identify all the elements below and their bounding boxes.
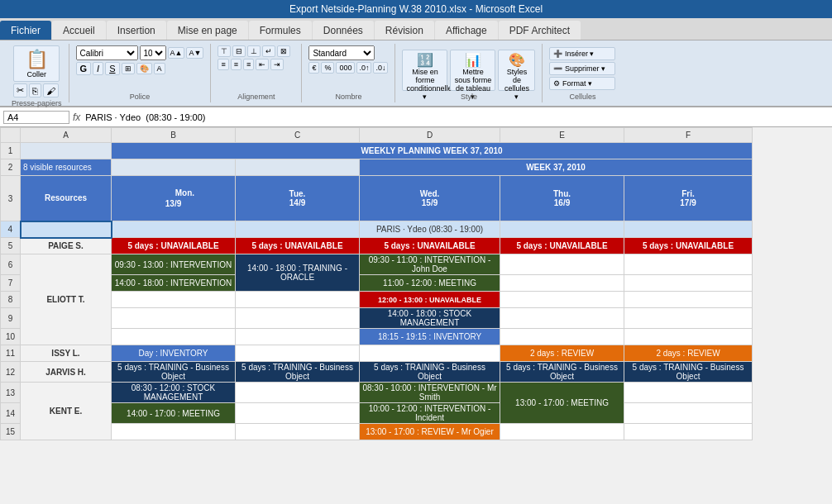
cell-c3[interactable]: Tue.14/9: [236, 176, 360, 221]
cell-d3[interactable]: Wed.15/9: [360, 176, 500, 221]
cell-e4[interactable]: [500, 221, 624, 238]
cell-f4[interactable]: [624, 221, 753, 238]
cell-b3[interactable]: Mon.13/9: [112, 176, 236, 221]
cell-e12[interactable]: 5 days : TRAINING - Business Object: [500, 362, 624, 383]
cell-d8[interactable]: 12:00 - 13:00 : UNAVAILABLE: [360, 292, 500, 308]
copy-button[interactable]: ⎘: [29, 83, 41, 97]
cell-f3[interactable]: Fri.17/9: [624, 176, 753, 221]
cell-a6[interactable]: ELIOTT T.: [21, 254, 112, 345]
cell-b1[interactable]: WEEKLY PLANNING WEEK 37, 2010: [112, 143, 753, 159]
cell-c14[interactable]: [236, 403, 360, 424]
cell-b10[interactable]: [112, 329, 236, 345]
cell-b8[interactable]: [112, 292, 236, 308]
cell-b15[interactable]: [112, 424, 236, 440]
font-family-select[interactable]: Calibri: [76, 45, 138, 60]
currency-button[interactable]: €: [308, 62, 319, 74]
insert-button[interactable]: ➕ Insérer ▾: [549, 47, 615, 60]
cell-f9[interactable]: [624, 308, 753, 329]
tab-fichier[interactable]: Fichier: [0, 21, 51, 40]
cell-b6[interactable]: 09:30 - 13:00 : INTERVENTION: [112, 254, 236, 275]
cell-c5[interactable]: 5 days : UNAVAILABLE: [236, 238, 360, 254]
cell-e7[interactable]: [500, 275, 624, 292]
cell-d6[interactable]: 09:30 - 11:00 : INTERVENTION - John Doe: [360, 254, 500, 275]
align-middle-button[interactable]: ⊟: [232, 45, 246, 57]
cell-e9[interactable]: [500, 308, 624, 329]
format-button[interactable]: ⚙ Format ▾: [549, 77, 615, 90]
tab-insertion[interactable]: Insertion: [107, 21, 166, 40]
cell-b2[interactable]: [112, 159, 236, 176]
cell-e15[interactable]: [500, 424, 624, 440]
cell-a1[interactable]: [21, 143, 112, 159]
font-size-select[interactable]: 10: [140, 45, 166, 60]
format-as-table-button[interactable]: 📊 Mettre sous forme de tableau ▾: [450, 50, 495, 91]
cell-c13[interactable]: [236, 383, 360, 403]
cell-a4[interactable]: [21, 221, 112, 238]
cell-b14[interactable]: 14:00 - 17:00 : MEETING: [112, 403, 236, 424]
tab-pdf-architect[interactable]: PDF Architect: [499, 21, 581, 40]
format-painter-button[interactable]: 🖌: [43, 83, 59, 97]
cell-d9[interactable]: 14:00 - 18:00 : STOCK MANAGEMENT: [360, 308, 500, 329]
border-button[interactable]: ⊞: [122, 63, 135, 74]
col-header-e[interactable]: E: [500, 128, 624, 143]
font-color-button[interactable]: A: [154, 63, 165, 74]
cell-f5[interactable]: 5 days : UNAVAILABLE: [624, 238, 753, 254]
cell-e5[interactable]: 5 days : UNAVAILABLE: [500, 238, 624, 254]
cell-c6[interactable]: 14:00 - 18:00 : TRAINING - ORACLE: [236, 254, 360, 292]
indent-dec-button[interactable]: ⇤: [256, 59, 269, 70]
cell-d7[interactable]: 11:00 - 12:00 : MEETING: [360, 275, 500, 292]
cell-c8[interactable]: [236, 292, 360, 308]
cell-f10[interactable]: [624, 329, 753, 345]
merge-button[interactable]: ⊠: [277, 45, 290, 57]
cell-e8[interactable]: [500, 292, 624, 308]
number-format-select[interactable]: Standard: [308, 45, 375, 60]
bold-button[interactable]: G: [76, 62, 92, 75]
cell-a12[interactable]: JARVIS H.: [21, 362, 112, 383]
cell-f7[interactable]: [624, 275, 753, 292]
cell-d2[interactable]: WEEK 37, 2010: [360, 159, 753, 176]
conditional-format-button[interactable]: 🔢 Mise en forme conditionnelle ▾: [402, 50, 447, 91]
cell-b5[interactable]: 5 days : UNAVAILABLE: [112, 238, 236, 254]
cell-a3[interactable]: Resources: [21, 176, 112, 221]
underline-button[interactable]: S: [105, 62, 119, 75]
cell-d13[interactable]: 08:30 - 10:00 : INTERVENTION - Mr Smith: [360, 383, 500, 403]
cell-e10[interactable]: [500, 329, 624, 345]
col-header-d[interactable]: D: [360, 128, 500, 143]
font-increase-button[interactable]: A▲: [168, 47, 185, 59]
cell-d12[interactable]: 5 days : TRAINING - Business Object: [360, 362, 500, 383]
cell-a2[interactable]: 8 visible resources: [21, 159, 112, 176]
cell-f14[interactable]: [624, 403, 753, 424]
cell-b12[interactable]: 5 days : TRAINING - Business Object: [112, 362, 236, 383]
tab-donnees[interactable]: Données: [313, 21, 374, 40]
cell-c4[interactable]: [236, 221, 360, 238]
col-header-b[interactable]: B: [112, 128, 236, 143]
cell-d4[interactable]: PARIS · Ydeo (08:30 - 19:00): [360, 221, 500, 238]
cell-f13[interactable]: [624, 383, 753, 403]
cell-f15[interactable]: [624, 424, 753, 440]
delete-button[interactable]: ➖ Supprimer ▾: [549, 62, 615, 75]
tab-formules[interactable]: Formules: [249, 21, 312, 40]
cell-styles-button[interactable]: 🎨 Styles de cellules ▾: [498, 50, 535, 91]
tab-revision[interactable]: Révision: [375, 21, 434, 40]
cell-c9[interactable]: [236, 308, 360, 329]
dec-inc-button[interactable]: .0↑: [356, 62, 371, 74]
wrap-text-button[interactable]: ↵: [262, 45, 275, 57]
thousands-button[interactable]: 000: [336, 62, 355, 74]
cell-c15[interactable]: [236, 424, 360, 440]
cell-f8[interactable]: [624, 292, 753, 308]
tab-affichage[interactable]: Affichage: [435, 21, 498, 40]
cell-b4[interactable]: [112, 221, 236, 238]
cell-a11[interactable]: ISSY L.: [21, 345, 112, 362]
cell-d11[interactable]: [360, 345, 500, 362]
cell-e11[interactable]: 2 days : REVIEW: [500, 345, 624, 362]
font-decrease-button[interactable]: A▼: [186, 47, 203, 59]
cell-b7[interactable]: 14:00 - 18:00 : INTERVENTION: [112, 275, 236, 292]
cell-f6[interactable]: [624, 254, 753, 275]
align-bottom-button[interactable]: ⊥: [247, 45, 261, 57]
align-top-button[interactable]: ⊤: [218, 45, 231, 57]
align-center-button[interactable]: ≡: [231, 59, 241, 70]
cell-b13[interactable]: 08:30 - 12:00 : STOCK MANAGEMENT: [112, 383, 236, 403]
tab-accueil[interactable]: Accueil: [52, 21, 106, 40]
cell-reference-input[interactable]: [3, 111, 69, 124]
coller-button[interactable]: 📋 Coller: [13, 45, 60, 82]
italic-button[interactable]: I: [93, 62, 103, 75]
